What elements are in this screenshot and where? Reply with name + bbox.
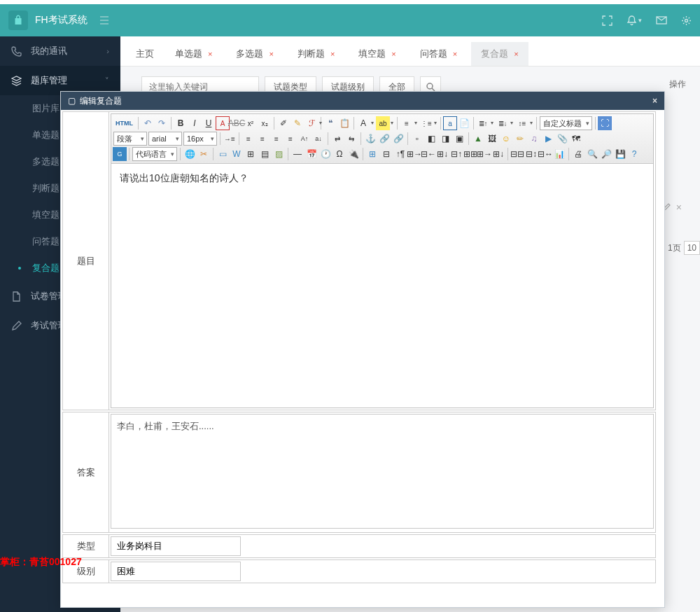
split-rows-icon[interactable]: ⊟↕ [524, 147, 538, 161]
tab-judge[interactable]: 判断题× [288, 42, 344, 66]
map-icon[interactable]: 🗺 [569, 132, 583, 146]
close-icon[interactable]: × [652, 96, 657, 106]
tab-multi[interactable]: 多选题× [226, 42, 283, 66]
answer-textarea[interactable] [111, 414, 654, 529]
bold-icon[interactable]: B [174, 116, 188, 130]
subscript-icon[interactable]: x₂ [258, 116, 272, 130]
tab-home[interactable]: 主页 [129, 42, 161, 66]
simple-upload-icon[interactable]: ▲ [471, 132, 485, 146]
bell-icon[interactable]: ▾ [626, 15, 642, 26]
fullscreen-icon[interactable] [602, 15, 612, 26]
image-right-icon[interactable]: ◨ [438, 132, 452, 146]
page-size-select[interactable]: 10 [684, 241, 700, 255]
align-center-icon[interactable]: ≡ [255, 132, 270, 146]
time-icon[interactable]: 🕐 [318, 147, 332, 161]
tab-qa[interactable]: 问答题× [410, 42, 467, 66]
merge-down-icon[interactable]: ⊞↓ [491, 147, 505, 161]
align-justify-icon[interactable]: ≡ [284, 132, 298, 146]
eraser-icon[interactable]: ✐ [276, 116, 290, 130]
print-icon[interactable]: 🖨 [571, 147, 585, 161]
level-input[interactable] [111, 562, 241, 581]
delete-row-icon[interactable]: ⊟← [421, 147, 435, 161]
uppercase-icon[interactable]: A↑ [298, 132, 312, 146]
lowercase-icon[interactable]: a↓ [312, 132, 326, 146]
font-family-select[interactable]: arial [148, 132, 182, 146]
image-center-icon[interactable]: ▣ [452, 132, 466, 146]
backcolor-icon[interactable]: ab [376, 116, 390, 130]
delete-table-icon[interactable]: ⊟ [379, 147, 393, 161]
unlink-icon[interactable]: 🔗 [391, 132, 405, 146]
indent-icon[interactable]: →≡ [223, 132, 237, 146]
datetime-icon[interactable]: 📅 [304, 147, 318, 161]
tab-single[interactable]: 单选题× [165, 42, 222, 66]
menu-toggle-icon[interactable] [100, 15, 111, 25]
insert-table-icon[interactable]: ⊞ [365, 147, 379, 161]
paragraph-select[interactable]: 段落 [113, 132, 147, 146]
selectall-icon[interactable]: a [443, 116, 457, 130]
link-icon[interactable]: 🔗 [377, 132, 391, 146]
emotion-icon[interactable]: ☺ [499, 132, 513, 146]
redo-icon[interactable]: ↷ [155, 116, 169, 130]
close-icon[interactable]: × [676, 202, 682, 213]
undo-icon[interactable]: ↶ [141, 116, 155, 130]
text-direction-ltr-icon[interactable]: ⇄ [330, 132, 344, 146]
template-icon[interactable]: ▤ [258, 147, 272, 161]
video-icon[interactable]: ▶ [541, 132, 555, 146]
close-icon[interactable]: × [208, 50, 212, 58]
merge-right-icon[interactable]: ⊞→ [477, 147, 491, 161]
image-none-icon[interactable]: ▫ [410, 132, 424, 146]
gmap-icon[interactable]: G [113, 147, 127, 161]
underline-icon[interactable]: U [202, 116, 216, 130]
autotype-icon[interactable]: ℱ [304, 116, 318, 130]
tab-fill[interactable]: 填空题× [349, 42, 405, 66]
background-icon[interactable]: ▨ [272, 147, 286, 161]
close-icon[interactable]: × [269, 50, 273, 58]
drafts-icon[interactable]: 💾 [613, 147, 627, 161]
search-icon[interactable]: 🔎 [599, 147, 613, 161]
anchor-icon[interactable]: ⚓ [363, 132, 377, 146]
custom-title-select[interactable]: 自定义标题 [540, 116, 592, 130]
close-icon[interactable]: × [514, 50, 518, 58]
pasteplain-icon[interactable]: 📋 [337, 116, 351, 130]
image-left-icon[interactable]: ◧ [424, 132, 438, 146]
unordered-list-icon[interactable]: ⋮≡ [419, 116, 433, 130]
ordered-list-icon[interactable]: ≡ [400, 116, 414, 130]
blockquote-icon[interactable]: ❝ [323, 116, 337, 130]
close-icon[interactable]: × [391, 50, 396, 58]
help-icon[interactable]: ? [627, 147, 641, 161]
word-image-icon[interactable]: W [230, 147, 244, 161]
horizontal-rule-icon[interactable]: — [290, 147, 304, 161]
html-source-button[interactable]: HTML [113, 116, 136, 130]
insert-row-icon[interactable]: ⊞→ [407, 147, 421, 161]
insert-image-icon[interactable]: 🖼 [485, 132, 499, 146]
italic-icon[interactable]: I [188, 116, 202, 130]
strikethrough-icon[interactable]: ABC [230, 116, 244, 130]
format-match-icon[interactable]: ✎ [290, 116, 304, 130]
pagebreak-icon[interactable]: ⊞ [244, 147, 258, 161]
split-cells-icon[interactable]: ⊟⊟ [510, 147, 524, 161]
insert-frame-icon[interactable]: ▭ [216, 147, 230, 161]
fullscreen-button[interactable]: ⛶ [598, 116, 612, 130]
cleardoc-icon[interactable]: 📄 [457, 116, 471, 130]
type-input[interactable] [111, 536, 241, 556]
rowspacing-top-icon[interactable]: ≣↑ [476, 116, 490, 130]
insert-col-icon[interactable]: ⊞↓ [435, 147, 449, 161]
font-size-select[interactable]: 16px [183, 132, 217, 146]
insert-para-before-icon[interactable]: ↑¶ [393, 147, 407, 161]
webapp-icon[interactable]: 🔌 [346, 147, 360, 161]
attachment-icon[interactable]: 📎 [555, 132, 569, 146]
gear-icon[interactable] [681, 15, 692, 26]
delete-col-icon[interactable]: ⊟↑ [449, 147, 463, 161]
globe-icon[interactable]: 🌐 [183, 147, 197, 161]
forecolor-icon[interactable]: A [356, 116, 370, 130]
sidebar-item-communication[interactable]: 我的通讯 › [0, 36, 120, 66]
merge-cells-icon[interactable]: ⊞⊞ [463, 147, 477, 161]
preview-icon[interactable]: 🔍 [585, 147, 599, 161]
editor-content-area[interactable]: 请说出10位唐朝知名的诗人？ [111, 164, 653, 408]
text-direction-rtl-icon[interactable]: ⇆ [344, 132, 358, 146]
chart-icon[interactable]: 📊 [552, 147, 566, 161]
music-icon[interactable]: ♫ [527, 132, 541, 146]
snapscreen-icon[interactable]: ✂ [197, 147, 211, 161]
lineheight-icon[interactable]: ↕≡ [515, 116, 529, 130]
scrawl-icon[interactable]: ✏ [513, 132, 527, 146]
